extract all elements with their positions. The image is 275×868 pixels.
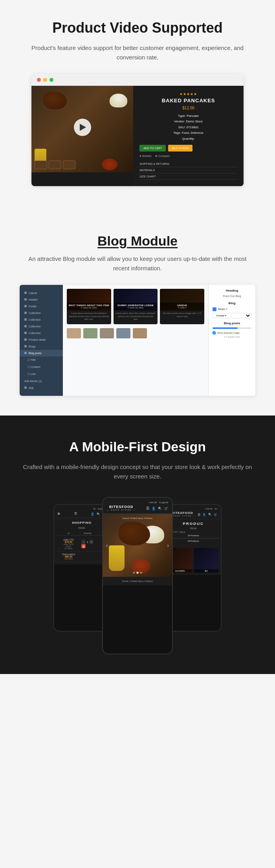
phone-right: USD $▾ En BITESFOOD — FOOD STORE — ☰ 👤 🔍… bbox=[165, 504, 222, 632]
play-button[interactable] bbox=[74, 119, 91, 136]
user-icon-right[interactable]: 👤 bbox=[202, 513, 206, 516]
aspect-ratio-label: 2:3 aspect ratio bbox=[213, 336, 251, 338]
img-dot-2[interactable] bbox=[137, 572, 139, 574]
blog-card-text-1: Lorem ipsum has been the industry's stan… bbox=[67, 310, 111, 323]
meta-vendor-label: Vendor: bbox=[174, 120, 185, 123]
sidebar-dot-active bbox=[24, 352, 27, 354]
cart-item-name-2: rtners-demo $80.00 mon juice bbox=[57, 553, 80, 560]
browser-dot-red[interactable] bbox=[37, 78, 41, 82]
cart-nav: Home bbox=[57, 527, 106, 529]
sidebar-item-link[interactable]: ☐ Link bbox=[20, 371, 63, 378]
item-name-2: rtners-demo bbox=[57, 553, 80, 555]
food-thumb-2[interactable] bbox=[49, 161, 61, 169]
blog-cards-grid: BEST THINGS ABOUT THIS ITEM © June 16, 2… bbox=[67, 289, 204, 324]
sidebar-label: ☐ Link bbox=[28, 373, 36, 376]
cart-icon-center[interactable]: 🛒 bbox=[164, 506, 168, 510]
section-video: Product Video Supported Product's featur… bbox=[0, 0, 275, 210]
sidebar-item-collection2[interactable]: Collection bbox=[20, 316, 63, 323]
accordion-size-chart[interactable]: SIZE CHART bbox=[139, 174, 237, 180]
sidebar-item-app[interactable]: App bbox=[20, 384, 63, 391]
sidebar-item-blogs[interactable]: Blogs bbox=[20, 343, 63, 350]
user-icon[interactable]: 👤 bbox=[91, 512, 94, 516]
phone-right-logo: BITESFOOD bbox=[169, 512, 195, 515]
prev-arrow[interactable]: ‹ bbox=[106, 542, 108, 549]
browser-dot-yellow[interactable] bbox=[43, 78, 47, 82]
user-icon-center[interactable]: 👤 bbox=[152, 506, 156, 510]
sidebar-item-collection[interactable]: Collection bbox=[20, 310, 63, 316]
accordion-materials[interactable]: MATERIALS bbox=[139, 167, 237, 174]
compare-link[interactable]: ⇄ Compare bbox=[155, 155, 170, 158]
qty-decrease-1[interactable]: - bbox=[81, 540, 86, 544]
sidebar-item-content[interactable]: ☐ Content bbox=[20, 364, 63, 371]
add-to-cart-button[interactable]: ADD TO CART bbox=[139, 145, 166, 151]
phone-left-header: $▾ English▾ D ☰ 👤 🔍 🛒 bbox=[54, 505, 109, 518]
sidebar-item-title[interactable]: ☐ Title bbox=[20, 356, 63, 364]
settings-heading-label: Heading bbox=[213, 289, 251, 292]
qty-stepper-1: - 1 + bbox=[81, 540, 94, 544]
sidebar-item-layout[interactable]: Layout bbox=[20, 290, 63, 296]
meta-type-val: Pancake bbox=[187, 114, 199, 118]
meta-tags-label: Tags: bbox=[173, 131, 181, 135]
qty-increase-1[interactable]: + bbox=[89, 540, 94, 544]
sidebar-item-collection4[interactable]: Collection bbox=[20, 330, 63, 336]
food-thumb-3[interactable] bbox=[63, 161, 75, 169]
hamburger-icon[interactable]: ☰ bbox=[74, 512, 77, 515]
col-item: al bbox=[57, 532, 80, 534]
blog-icon bbox=[213, 307, 216, 311]
next-arrow[interactable]: › bbox=[167, 542, 169, 549]
delete-item-1[interactable]: 🗑 bbox=[81, 544, 86, 549]
sidebar-dot bbox=[24, 312, 27, 314]
blog-posts-slider[interactable] bbox=[213, 327, 251, 329]
search-icon[interactable]: 🔍 bbox=[97, 512, 100, 516]
blog-thumb-sm-4 bbox=[116, 328, 130, 338]
show-featured-checkbox[interactable] bbox=[213, 331, 216, 334]
sort-val[interactable]: Alphal bbox=[179, 531, 185, 533]
product-name: BAKED PANCAKES bbox=[139, 98, 237, 103]
sidebar-item-add[interactable]: Add blocks (1) bbox=[20, 378, 63, 384]
food-thumb-1[interactable] bbox=[35, 161, 47, 169]
buy-now-button[interactable]: BUY IT NOW bbox=[168, 145, 192, 151]
sidebar-label: Collection bbox=[29, 332, 41, 334]
slider-fill bbox=[213, 327, 238, 329]
cart-section: SHOPPING Home al Quantity Total ustic LT… bbox=[54, 518, 109, 565]
img-dot-1[interactable] bbox=[133, 572, 135, 574]
product-phone-meta: Home / Grilled Spicy Chicken bbox=[106, 580, 169, 582]
col-quantity: Quantity bbox=[82, 532, 94, 534]
blog-card-overlay-1: BEST THINGS ABOUT THIS ITEM © June 16, 2… bbox=[67, 303, 111, 310]
food-sauce-decor bbox=[102, 159, 117, 170]
wishlist-link[interactable]: ♥ Wishlist bbox=[139, 155, 151, 158]
img-dot-3[interactable] bbox=[140, 572, 142, 574]
sidebar-dot bbox=[24, 325, 27, 327]
sidebar-dot bbox=[24, 305, 27, 307]
search-icon-center[interactable]: 🔍 bbox=[158, 506, 162, 510]
meta-tags-val: Food, Delicious bbox=[182, 131, 204, 135]
sidebar-item-blog-posts[interactable]: Blog posts bbox=[20, 350, 63, 356]
accordion-shipping[interactable]: SHIPPING & RETURNS bbox=[139, 161, 237, 167]
mobile-section-title: A Mobile-First Design bbox=[16, 439, 259, 454]
cart-icon-right[interactable]: 🛒 bbox=[214, 513, 217, 516]
shop-breadcrumb: Home bbox=[169, 527, 218, 529]
sidebar-dot bbox=[24, 292, 27, 294]
sidebar-item-footer[interactable]: Footer bbox=[20, 303, 63, 310]
sidebar-item-header[interactable]: Header bbox=[20, 296, 63, 303]
phone-center-top-bar: USD $▾ English▾ bbox=[107, 501, 168, 504]
blog-thumb-sm-1 bbox=[67, 328, 81, 338]
blog-admin-mockup: Layout Header Footer Collection Collecti… bbox=[20, 285, 255, 396]
sidebar-dot bbox=[24, 386, 27, 389]
phone-center-nav-icons: ☰ 👤 🔍 🛒 bbox=[146, 506, 168, 510]
browser-dot-green[interactable] bbox=[50, 78, 53, 82]
show-featured-row: Show featured image bbox=[213, 331, 251, 334]
blog-card-3: UNIQUE © June 1 For best results use an … bbox=[160, 289, 204, 324]
blog-card-2: DUMMY GENERATOR LOREM © June 16, 2021 Lo… bbox=[114, 289, 158, 324]
settings-change-select[interactable]: Change ▾ bbox=[213, 313, 251, 318]
hamburger-icon-center[interactable]: ☰ bbox=[146, 506, 149, 510]
search-icon-right[interactable]: 🔍 bbox=[208, 513, 212, 516]
sidebar-item-collection3[interactable]: Collection bbox=[20, 323, 63, 330]
sidebar-label: Add blocks (1) bbox=[24, 380, 42, 382]
hamburger-icon-right[interactable]: ☰ bbox=[198, 513, 200, 516]
product-image-area bbox=[31, 86, 133, 186]
sidebar-item-product[interactable]: Product detail bbox=[20, 336, 63, 343]
shop-title: PRODUC bbox=[169, 521, 218, 526]
phone-left-logo: D bbox=[58, 512, 60, 515]
settings-news-label: News // bbox=[218, 308, 227, 310]
